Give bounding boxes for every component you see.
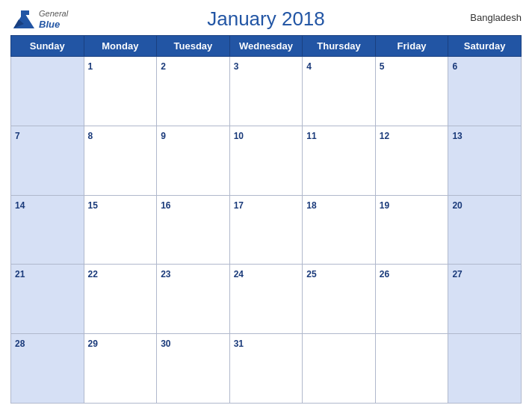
calendar-cell: 12 — [375, 126, 448, 195]
day-number: 6 — [452, 61, 457, 72]
day-number: 10 — [234, 131, 244, 141]
day-number: 18 — [306, 200, 316, 211]
weekday-header-row: Sunday Monday Tuesday Wednesday Thursday… — [11, 36, 522, 57]
logo-blue: Blue — [39, 19, 68, 31]
logo: General Blue — [10, 7, 68, 31]
col-friday: Friday — [375, 36, 448, 57]
calendar-cell: 23 — [157, 265, 230, 334]
calendar-week-row: 21222324252627 — [11, 265, 522, 334]
day-number: 2 — [161, 61, 166, 72]
calendar-cell: 17 — [229, 195, 303, 265]
calendar-cell: 25 — [303, 265, 376, 334]
day-number: 20 — [452, 200, 462, 211]
calendar-cell: 28 — [11, 334, 84, 404]
calendar-cell: 11 — [303, 126, 376, 195]
calendar-cell: 15 — [84, 195, 157, 265]
calendar-header: General Blue January 2018 Bangladesh — [10, 7, 522, 31]
calendar-cell: 22 — [84, 265, 157, 334]
calendar-week-row: 78910111213 — [11, 126, 522, 195]
col-saturday: Saturday — [448, 36, 522, 57]
col-tuesday: Tuesday — [157, 36, 230, 57]
day-number: 12 — [380, 131, 389, 141]
day-number: 15 — [88, 200, 98, 211]
day-number: 28 — [15, 339, 25, 349]
day-number: 7 — [15, 131, 20, 141]
calendar-cell: 19 — [375, 195, 448, 265]
day-number: 29 — [88, 339, 98, 349]
day-number: 22 — [88, 269, 98, 279]
calendar-week-row: 14151617181920 — [11, 195, 522, 265]
calendar-cell: 2 — [157, 57, 230, 126]
day-number: 31 — [234, 339, 244, 349]
calendar-cell: 5 — [375, 57, 448, 126]
calendar-week-row: 123456 — [11, 57, 522, 126]
day-number: 21 — [15, 269, 25, 279]
calendar-cell — [11, 57, 84, 126]
calendar-cell: 14 — [11, 195, 84, 265]
calendar-cell: 20 — [448, 195, 522, 265]
day-number: 11 — [306, 131, 316, 141]
calendar-cell: 29 — [84, 334, 157, 404]
calendar-cell: 1 — [84, 57, 157, 126]
calendar-container: General Blue January 2018 Bangladesh Sun… — [0, 0, 532, 411]
day-number: 23 — [161, 269, 170, 279]
calendar-cell: 31 — [229, 334, 303, 404]
calendar-cell: 10 — [229, 126, 303, 195]
day-number: 30 — [161, 339, 170, 349]
col-monday: Monday — [84, 36, 157, 57]
calendar-cell: 30 — [157, 334, 230, 404]
calendar-cell: 26 — [375, 265, 448, 334]
day-number: 14 — [15, 200, 25, 211]
day-number: 13 — [452, 131, 462, 141]
calendar-cell: 7 — [11, 126, 84, 195]
logo-general: General — [39, 9, 68, 19]
calendar-title: January 2018 — [207, 7, 325, 31]
day-number: 24 — [234, 269, 244, 279]
calendar-cell: 13 — [448, 126, 522, 195]
day-number: 5 — [380, 61, 385, 72]
calendar-cell: 9 — [157, 126, 230, 195]
day-number: 4 — [306, 61, 312, 72]
day-number: 17 — [234, 200, 244, 211]
col-wednesday: Wednesday — [229, 36, 303, 57]
day-number: 3 — [234, 61, 239, 72]
calendar-cell — [375, 334, 448, 404]
calendar-cell: 16 — [157, 195, 230, 265]
calendar-cell — [303, 334, 376, 404]
day-number: 26 — [380, 269, 389, 279]
calendar-cell: 6 — [448, 57, 522, 126]
day-number: 19 — [380, 200, 389, 211]
calendar-cell: 18 — [303, 195, 376, 265]
calendar-cell: 24 — [229, 265, 303, 334]
day-number: 1 — [88, 61, 93, 72]
calendar-cell: 21 — [11, 265, 84, 334]
calendar-week-row: 28293031 — [11, 334, 522, 404]
day-number: 9 — [161, 131, 166, 141]
calendar-cell: 4 — [303, 57, 376, 126]
svg-rect-2 — [21, 10, 23, 19]
calendar-cell: 27 — [448, 265, 522, 334]
country-label: Bangladesh — [470, 12, 522, 23]
day-number: 25 — [306, 269, 316, 279]
day-number: 16 — [161, 200, 170, 211]
logo-icon — [10, 7, 37, 31]
calendar-table: Sunday Monday Tuesday Wednesday Thursday… — [10, 35, 522, 404]
col-thursday: Thursday — [303, 36, 376, 57]
col-sunday: Sunday — [11, 36, 84, 57]
calendar-cell — [448, 334, 522, 404]
calendar-cell: 3 — [229, 57, 303, 126]
day-number: 27 — [452, 269, 462, 279]
day-number: 8 — [88, 131, 93, 141]
svg-rect-3 — [23, 10, 29, 15]
calendar-cell: 8 — [84, 126, 157, 195]
